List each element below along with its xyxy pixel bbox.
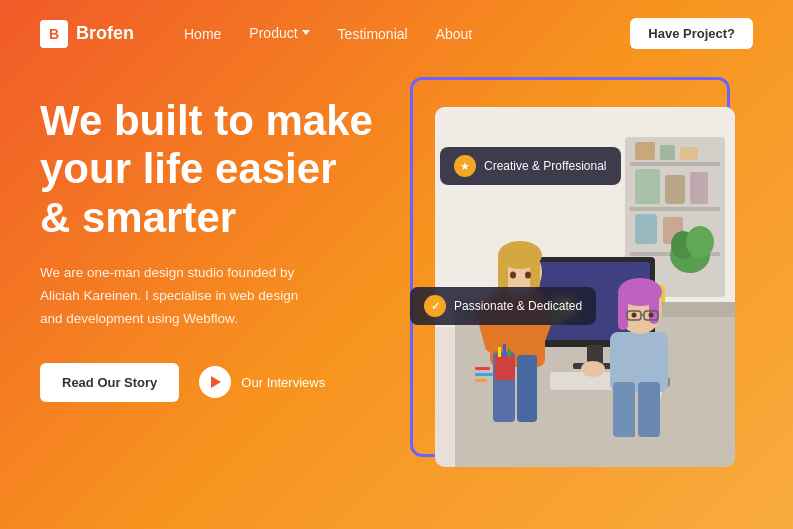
hero-right: ★ Creative & Proffesional ✓ Passionate &… xyxy=(380,87,753,529)
nav-item-product[interactable]: Product xyxy=(249,25,309,43)
svg-rect-65 xyxy=(495,355,515,380)
read-story-button[interactable]: Read Our Story xyxy=(40,363,179,402)
svg-rect-7 xyxy=(660,145,675,160)
hero-section: We built to make your life easier & smar… xyxy=(0,67,793,529)
badge-dot-icon: ★ xyxy=(454,155,476,177)
svg-rect-9 xyxy=(635,169,660,204)
svg-point-59 xyxy=(632,313,637,318)
badge-check-dot-icon: ✓ xyxy=(424,295,446,317)
passionate-badge: ✓ Passionate & Dedicated xyxy=(410,287,596,325)
svg-rect-66 xyxy=(498,347,501,357)
svg-rect-63 xyxy=(475,373,493,376)
svg-rect-8 xyxy=(680,147,698,160)
nav-links: Home Product Testimonial About xyxy=(184,25,472,43)
svg-point-17 xyxy=(686,226,714,258)
nav-item-testimonial[interactable]: Testimonial xyxy=(338,25,408,43)
star-icon: ★ xyxy=(460,160,470,173)
our-interviews-button[interactable]: Our Interviews xyxy=(199,366,325,398)
svg-point-44 xyxy=(510,272,516,279)
svg-rect-6 xyxy=(635,142,655,160)
navbar: B Brofen Home Product Testimonial About … xyxy=(0,0,793,67)
svg-rect-12 xyxy=(635,214,657,244)
logo[interactable]: B Brofen xyxy=(40,20,134,48)
nav-link-about[interactable]: About xyxy=(436,26,473,42)
passionate-badge-label: Passionate & Dedicated xyxy=(454,299,582,313)
svg-rect-64 xyxy=(475,379,487,382)
svg-rect-43 xyxy=(530,255,540,290)
logo-icon: B xyxy=(40,20,68,48)
nav-link-home[interactable]: Home xyxy=(184,26,221,42)
svg-rect-4 xyxy=(630,207,720,211)
nav-link-testimonial[interactable]: Testimonial xyxy=(338,26,408,42)
chevron-down-icon xyxy=(302,30,310,35)
nav-link-product[interactable]: Product xyxy=(249,25,309,41)
hero-description: We are one-man design studio founded by … xyxy=(40,262,320,331)
svg-rect-3 xyxy=(630,162,720,166)
svg-rect-62 xyxy=(475,367,490,370)
svg-rect-10 xyxy=(665,175,685,204)
hero-title: We built to make your life easier & smar… xyxy=(40,97,380,242)
svg-point-45 xyxy=(525,272,531,279)
have-project-button[interactable]: Have Project? xyxy=(630,18,753,49)
svg-rect-54 xyxy=(618,292,628,330)
nav-item-about[interactable]: About xyxy=(436,25,473,43)
svg-rect-68 xyxy=(508,349,511,357)
svg-point-39 xyxy=(581,361,605,377)
svg-rect-67 xyxy=(503,344,506,357)
hero-left: We built to make your life easier & smar… xyxy=(40,87,380,529)
nav-item-home[interactable]: Home xyxy=(184,25,221,43)
check-icon: ✓ xyxy=(431,300,440,313)
svg-rect-51 xyxy=(638,382,660,437)
play-icon xyxy=(199,366,231,398)
creative-badge: ★ Creative & Proffesional xyxy=(440,147,621,185)
svg-point-60 xyxy=(649,313,654,318)
creative-badge-label: Creative & Proffesional xyxy=(484,159,607,173)
brand-name: Brofen xyxy=(76,23,134,44)
svg-rect-50 xyxy=(613,382,635,437)
svg-rect-11 xyxy=(690,172,708,204)
play-triangle-icon xyxy=(211,376,221,388)
hero-buttons: Read Our Story Our Interviews xyxy=(40,363,380,402)
svg-rect-36 xyxy=(517,355,537,422)
